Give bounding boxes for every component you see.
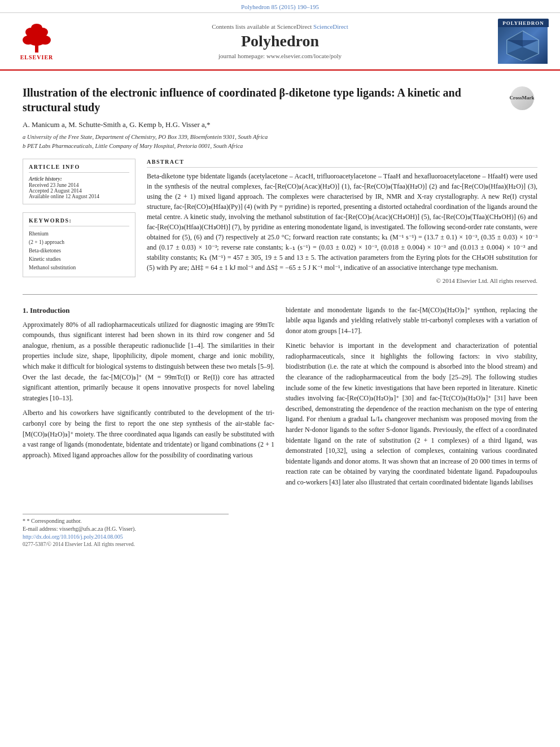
svg-rect-0 [35, 45, 38, 53]
article-info-abstract-row: ARTICLE INFO Article history: Received 2… [23, 159, 537, 284]
article-title: Illustration of the electronic influence… [23, 85, 537, 115]
doi-link[interactable]: http://dx.doi.org/10.1016/j.poly.2014.08… [23, 534, 537, 540]
polyhedron-image [498, 27, 548, 64]
journal-center: Contents lists available at ScienceDirec… [62, 23, 498, 59]
svg-point-2 [23, 36, 34, 45]
journal-citation-bar: Polyhedron 85 (2015) 190–195 [0, 0, 560, 13]
svg-point-3 [40, 36, 51, 45]
intro-right-para-2: Kinetic behavior is important in the dev… [286, 340, 537, 487]
crossmark-icon: CrossMark [510, 86, 534, 110]
intro-right-col: bidentate and monodentate ligands to the… [286, 305, 537, 492]
accepted-date: Accepted 2 August 2014 [29, 188, 129, 194]
introduction-body: 1. Introduction Approximately 80% of all… [23, 305, 537, 492]
history-label: Article history: [29, 176, 129, 182]
keyword-1: Rhenium [29, 230, 129, 238]
footer-copyright: 0277-5387/© 2014 Elsevier Ltd. All right… [23, 541, 537, 547]
abstract-copyright: © 2014 Elsevier Ltd. All rights reserved… [147, 277, 537, 284]
polyhedron-shape-icon [506, 30, 540, 61]
footer-rule [23, 514, 229, 514]
elsevier-tree-icon [17, 22, 56, 53]
authors-line: A. Manicum a, M. Schutte-Smith a, G. Kem… [23, 120, 537, 129]
polyhedron-badge: POLYHEDRON [498, 19, 549, 27]
intro-para-1: Approximately 80% of all radiopharmaceut… [23, 320, 274, 404]
journal-citation-text: Polyhedron 85 (2015) 190–195 [241, 3, 319, 10]
section-divider [23, 294, 537, 295]
abstract-section: ABSTRACT Beta-diketone type bidentate li… [147, 159, 537, 284]
keyword-4: Kinetic studies [29, 255, 129, 264]
journal-homepage-line: journal homepage: www.elsevier.com/locat… [62, 53, 498, 59]
keywords-box: Keywords: Rhenium (2 + 1) approach Beta-… [23, 212, 135, 278]
sciencedirect-link[interactable]: ScienceDirect [313, 23, 348, 30]
keyword-2: (2 + 1) approach [29, 238, 129, 247]
svg-point-6 [31, 24, 42, 32]
sciencedirect-line: Contents lists available at ScienceDirec… [62, 23, 498, 30]
corresponding-note: * * Corresponding author. [23, 518, 537, 524]
available-online-date: Available online 12 August 2014 [29, 194, 129, 199]
left-column: ARTICLE INFO Article history: Received 2… [23, 159, 135, 284]
journal-title: Polyhedron [62, 32, 498, 50]
right-column: ABSTRACT Beta-diketone type bidentate li… [147, 159, 537, 284]
keywords-list: Rhenium (2 + 1) approach Beta-diketones … [29, 230, 129, 273]
keyword-5: Methanol substitution [29, 264, 129, 272]
crossmark-badge[interactable]: CrossMark [506, 85, 537, 111]
article-info-heading: ARTICLE INFO [29, 164, 129, 173]
intro-right-para-1: bidentate and monodentate ligands to the… [286, 305, 537, 337]
email-note: E-mail address: visserhg@ufs.ac.za (H.G.… [23, 526, 537, 532]
affiliation-b: b PET Labs Pharmaceuticals, Little Compa… [23, 142, 537, 151]
article-container: Illustration of the electronic influence… [0, 71, 560, 504]
intro-para-2: Alberto and his coworkers have significa… [23, 408, 274, 460]
intro-left-col: 1. Introduction Approximately 80% of all… [23, 305, 274, 492]
affiliation-a: a University of the Free State, Departme… [23, 133, 537, 142]
affiliations: a University of the Free State, Departme… [23, 133, 537, 151]
received-date: Received 23 June 2014 [29, 182, 129, 188]
intro-heading: 1. Introduction [23, 305, 274, 316]
elsevier-logo: ELSEVIER [11, 22, 62, 60]
footer: * * Corresponding author. E-mail address… [0, 504, 560, 552]
keywords-heading: Keywords: [29, 217, 129, 226]
abstract-text: Beta-diketone type bidentate ligands (ac… [147, 171, 537, 273]
journal-header: ELSEVIER Contents lists available at Sci… [0, 13, 560, 71]
abstract-heading: ABSTRACT [147, 159, 537, 168]
keyword-3: Beta-diketones [29, 247, 129, 255]
article-info-box: ARTICLE INFO Article history: Received 2… [23, 159, 135, 204]
elsevier-wordmark: ELSEVIER [20, 54, 54, 60]
polyhedron-box: POLYHEDRON [498, 19, 549, 64]
